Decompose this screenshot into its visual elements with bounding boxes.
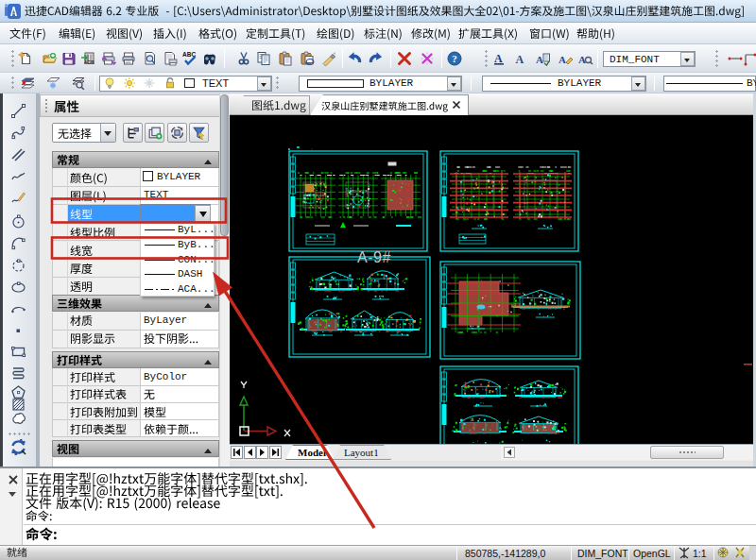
- svg-text:A: A: [578, 54, 586, 65]
- svg-text:ACIS: ACIS: [84, 60, 94, 65]
- svg-text:A: A: [558, 54, 566, 65]
- svg-text:A: A: [494, 52, 503, 65]
- svg-text:A: A: [536, 54, 543, 65]
- svg-text:?: ?: [452, 53, 457, 64]
- svg-text:A: A: [516, 53, 524, 66]
